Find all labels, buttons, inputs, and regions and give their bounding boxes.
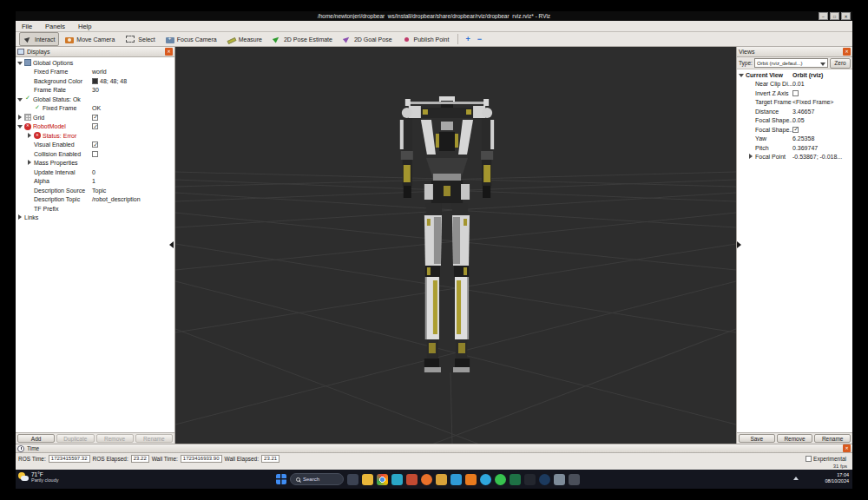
row-value[interactable]: 1: [92, 178, 95, 184]
row-focal-shape-fixed[interactable]: Focal Shape...: [737, 125, 852, 135]
row-value[interactable]: /robot_description: [92, 196, 141, 202]
row-status-error[interactable]: Status: Error: [16, 131, 174, 141]
row-update-interval[interactable]: Update Interval0: [16, 168, 174, 177]
collision-enabled-checkbox[interactable]: [92, 151, 98, 157]
taskbar-icon-edge[interactable]: [391, 474, 403, 485]
taskbar-icon-folder[interactable]: [436, 474, 447, 485]
remove-display-button[interactable]: Remove: [96, 434, 134, 443]
row-value[interactable]: world: [92, 69, 107, 75]
row-value[interactable]: 30: [92, 87, 99, 93]
taskbar-icon-vlc[interactable]: [465, 474, 477, 485]
row-global-status[interactable]: Global Status: Ok: [16, 95, 174, 104]
row-global-options[interactable]: Global Options: [16, 58, 174, 68]
row-value[interactable]: 0.01: [792, 81, 805, 87]
expand-arrow-icon[interactable]: [17, 59, 24, 67]
close-button[interactable]: ✕: [841, 12, 851, 20]
window-titlebar[interactable]: /home/newtonjeri/dropbear_ws/install/dro…: [16, 11, 852, 21]
row-fixed-frame-status[interactable]: Fixed FrameOK: [16, 104, 174, 114]
save-view-button[interactable]: Save: [739, 434, 775, 443]
row-target-frame[interactable]: Target Frame<Fixed Frame>: [737, 98, 852, 108]
taskbar-icon-file-explorer[interactable]: [362, 474, 373, 485]
row-yaw[interactable]: Yaw6.25358: [737, 135, 852, 144]
views-panel-titlebar[interactable]: Views ✕: [737, 47, 852, 57]
row-tf-prefix[interactable]: TF Prefix: [16, 204, 174, 214]
taskbar-clock[interactable]: 17:04 08/10/2024: [825, 472, 849, 484]
invert-z-checkbox[interactable]: [792, 90, 799, 96]
tool-move-camera[interactable]: Move Camera: [61, 33, 119, 46]
taskbar-icon-telegram[interactable]: [480, 474, 491, 485]
tool-publish-point[interactable]: Publish Point: [398, 32, 454, 46]
rename-view-button[interactable]: Rename: [814, 434, 851, 443]
3d-scene-canvas[interactable]: [175, 47, 736, 444]
taskbar-icon-whatsapp[interactable]: [495, 474, 506, 485]
taskbar-icon-steam[interactable]: [539, 474, 550, 485]
remove-view-button[interactable]: Remove: [777, 434, 813, 443]
expand-arrow-icon[interactable]: [27, 132, 34, 140]
add-tool-button[interactable]: +: [463, 34, 472, 45]
taskbar-icon-terminal[interactable]: [524, 474, 536, 485]
displays-panel-titlebar[interactable]: Displays ✕: [16, 47, 174, 57]
add-display-button[interactable]: Add: [17, 434, 55, 443]
tool-select[interactable]: Select: [121, 32, 159, 46]
row-value[interactable]: Topic: [92, 188, 106, 194]
remove-tool-button[interactable]: −: [475, 34, 484, 45]
taskbar-search[interactable]: Search: [290, 473, 344, 485]
taskbar-weather[interactable]: 71°F Partly cloudy: [18, 471, 59, 483]
focal-shape-fixed-checkbox[interactable]: [792, 127, 799, 133]
expand-arrow-icon[interactable]: [17, 95, 24, 103]
tool-2d-pose-estimate[interactable]: 2D Pose Estimate: [268, 32, 337, 46]
expand-arrow-icon[interactable]: [17, 214, 24, 221]
visual-enabled-checkbox[interactable]: [92, 141, 98, 148]
taskbar-icon-settings[interactable]: [569, 474, 580, 485]
taskbar-icon-firefox[interactable]: [421, 474, 432, 485]
row-value[interactable]: 0.05: [792, 117, 805, 123]
taskbar-icon-gimp[interactable]: [554, 474, 565, 485]
tool-2d-goal-pose[interactable]: 2D Goal Pose: [339, 32, 397, 46]
maximize-button[interactable]: □: [830, 12, 839, 20]
collapse-left-panel-arrow[interactable]: [169, 241, 174, 248]
taskbar-icon-task-view[interactable]: [347, 474, 358, 485]
collapse-right-panel-arrow[interactable]: [737, 241, 741, 248]
row-current-view[interactable]: Current ViewOrbit (rviz): [737, 70, 852, 80]
row-value[interactable]: 0.369747: [792, 145, 818, 151]
experimental-checkbox[interactable]: [806, 456, 812, 462]
taskbar-icon-media-player[interactable]: [406, 474, 418, 485]
row-visual-enabled[interactable]: Visual Enabled: [16, 141, 174, 150]
views-close-icon[interactable]: ✕: [843, 48, 851, 56]
robotmodel-enabled-checkbox[interactable]: [92, 123, 98, 129]
row-collision-enabled[interactable]: Collision Enabled: [16, 149, 174, 159]
row-grid-display[interactable]: Grid: [16, 113, 174, 122]
rename-display-button[interactable]: Rename: [135, 434, 173, 443]
row-near-clip[interactable]: Near Clip Di...0.01: [737, 80, 852, 89]
view-type-dropdown[interactable]: Orbit (rviz_defaul...): [754, 58, 828, 68]
row-distance[interactable]: Distance3.46657: [737, 107, 852, 116]
expand-arrow-icon[interactable]: [739, 71, 746, 79]
render-viewport[interactable]: [175, 47, 736, 444]
zero-button[interactable]: Zero: [830, 58, 851, 69]
start-button[interactable]: [276, 474, 286, 484]
minimize-button[interactable]: –: [819, 12, 828, 20]
row-fixed-frame[interactable]: Fixed Frameworld: [16, 68, 174, 77]
row-mass-properties[interactable]: Mass Properties: [16, 159, 174, 168]
row-value[interactable]: 48; 48; 48: [100, 78, 127, 84]
grid-enabled-checkbox[interactable]: [92, 115, 98, 121]
menu-panels[interactable]: Panels: [45, 23, 65, 30]
row-links[interactable]: Links: [16, 214, 174, 223]
row-frame-rate[interactable]: Frame Rate30: [16, 86, 174, 95]
row-pitch[interactable]: Pitch0.369747: [737, 143, 852, 153]
expand-arrow-icon[interactable]: [748, 153, 755, 161]
menu-file[interactable]: File: [22, 23, 32, 30]
row-background-color[interactable]: Background Color48; 48; 48: [16, 76, 174, 86]
taskbar-icon-vscode[interactable]: [450, 474, 462, 485]
expand-arrow-icon[interactable]: [17, 122, 24, 130]
duplicate-display-button[interactable]: Duplicate: [56, 434, 94, 443]
row-value[interactable]: <Fixed Frame>: [792, 99, 833, 105]
taskbar-icon-excel[interactable]: [510, 474, 521, 485]
row-value[interactable]: 0: [92, 169, 95, 175]
row-focal-point[interactable]: Focal Point-0.53867; -0.018...: [737, 153, 852, 162]
row-description-source[interactable]: Description SourceTopic: [16, 186, 174, 195]
menu-help[interactable]: Help: [78, 23, 91, 30]
color-swatch[interactable]: [92, 78, 98, 84]
row-value[interactable]: 6.25358: [792, 135, 814, 141]
row-focal-shape-size[interactable]: Focal Shape...0.05: [737, 116, 852, 126]
